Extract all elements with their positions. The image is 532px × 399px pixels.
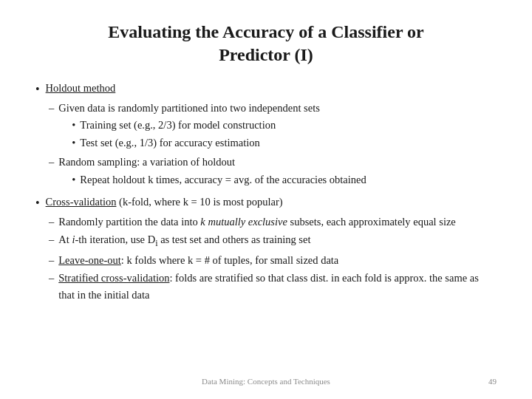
dash-2: – xyxy=(49,154,54,170)
crossval-italic2: i xyxy=(72,233,75,245)
crossval-sub2-text: At i-th iteration, use Di as test set an… xyxy=(58,231,310,250)
small-bullet-3: • xyxy=(72,171,75,188)
bullet-dot-1: • xyxy=(35,81,40,98)
crossval-label-rest: (k-fold, where k = 10 is most popular) xyxy=(116,196,282,208)
bullet-holdout-header: • Holdout method xyxy=(35,80,497,98)
holdout-sub2-item1-text: Repeat holdout k times, accuracy = avg. … xyxy=(80,171,366,188)
footer-page: 49 xyxy=(488,377,497,386)
holdout-sub1-item2: • Test set (e.g., 1/3) for accuracy esti… xyxy=(72,134,320,151)
dash-4: – xyxy=(49,231,54,248)
holdout-label: Holdout method xyxy=(46,80,116,96)
crossval-sub2: – At i-th iteration, use Di as test set … xyxy=(49,231,497,250)
footer-center: Data Mining: Concepts and Techniques xyxy=(0,371,532,386)
small-bullet-2: • xyxy=(72,134,75,151)
title-line1: Evaluating the Accuracy of a Classifier … xyxy=(108,22,424,41)
crossval-sub4: – Stratified cross-validation: folds are… xyxy=(49,270,497,303)
crossval-sub1-text: Randomly partition the data into k mutua… xyxy=(58,214,456,230)
crossval-sub1: – Randomly partition the data into k mut… xyxy=(49,214,497,230)
footer-page-number: 49 xyxy=(488,377,497,386)
bullet-crossval: • Cross-validation (k-fold, where k = 10… xyxy=(35,194,497,303)
crossval-italic1: k mutually exclusive xyxy=(200,216,287,228)
crossval-sub-list: – Randomly partition the data into k mut… xyxy=(35,214,497,303)
bullet-holdout: • Holdout method – Given data is randoml… xyxy=(35,80,497,189)
crossval-sub4-text: Stratified cross-validation: folds are s… xyxy=(58,270,497,303)
crossval-stratified-label: Stratified cross-validation xyxy=(58,272,169,284)
crossval-sub3: – Leave-one-out: k folds where k = # of … xyxy=(49,252,497,268)
title-line2: Predictor (I) xyxy=(219,45,313,64)
crossval-sub-i: i xyxy=(155,238,157,248)
dash-6: – xyxy=(49,270,54,286)
dash-1: – xyxy=(49,100,54,116)
holdout-sub2-items: • Repeat holdout k times, accuracy = avg… xyxy=(58,171,366,188)
top-list: • Holdout method – Given data is randoml… xyxy=(35,80,497,303)
crossval-sub3-text: Leave-one-out: k folds where k = # of tu… xyxy=(58,252,338,268)
holdout-sub1-text: Given data is randomly partitioned into … xyxy=(58,102,320,114)
dash-3: – xyxy=(49,214,54,230)
holdout-sub1-item1-text: Training set (e.g., 2/3) for model const… xyxy=(80,117,276,133)
holdout-sub-list: – Given data is randomly partitioned int… xyxy=(35,100,497,189)
holdout-sub2-text: Random sampling: a variation of holdout xyxy=(58,156,235,168)
holdout-sub2: – Random sampling: a variation of holdou… xyxy=(49,154,497,189)
holdout-sub1-content: Given data is randomly partitioned into … xyxy=(58,100,320,152)
holdout-sub1: – Given data is randomly partitioned int… xyxy=(49,100,497,152)
slide-content: • Holdout method – Given data is randoml… xyxy=(35,80,497,369)
small-bullet-1: • xyxy=(72,117,75,133)
footer-center-text: Data Mining: Concepts and Techniques xyxy=(202,377,330,386)
holdout-label-text: Holdout method xyxy=(46,82,116,94)
crossval-label: Cross-validation (k-fold, where k = 10 i… xyxy=(46,194,283,210)
dash-5: – xyxy=(49,252,54,268)
bullet-dot-2: • xyxy=(35,195,40,211)
holdout-sub2-item1: • Repeat holdout k times, accuracy = avg… xyxy=(72,171,366,188)
slide-title: Evaluating the Accuracy of a Classifier … xyxy=(35,21,497,66)
holdout-sub1-items: • Training set (e.g., 2/3) for model con… xyxy=(58,117,320,151)
holdout-sub2-content: Random sampling: a variation of holdout … xyxy=(58,154,366,189)
slide: Evaluating the Accuracy of a Classifier … xyxy=(0,0,532,399)
holdout-sub1-item1: • Training set (e.g., 2/3) for model con… xyxy=(72,117,320,133)
bullet-crossval-header: • Cross-validation (k-fold, where k = 10… xyxy=(35,194,497,211)
crossval-leaveoneout-label: Leave-one-out xyxy=(58,254,121,266)
holdout-sub1-item2-text: Test set (e.g., 1/3) for accuracy estima… xyxy=(80,134,259,151)
crossval-label-text: Cross-validation xyxy=(46,196,117,208)
